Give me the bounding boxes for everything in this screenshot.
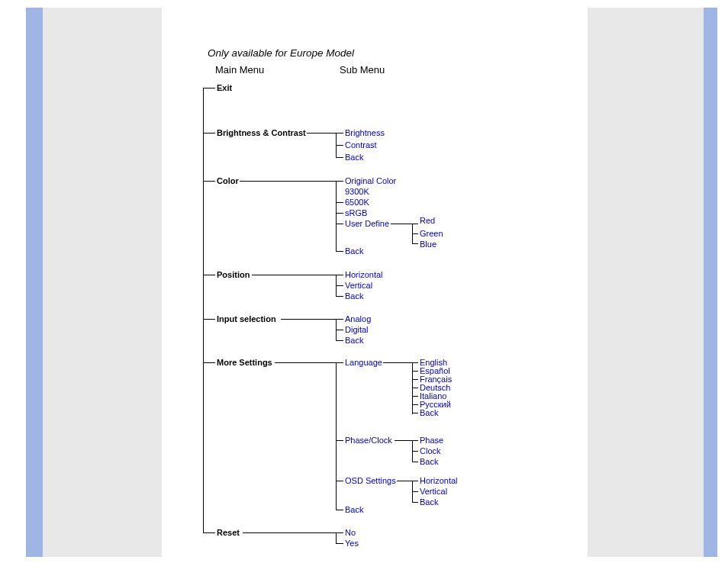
tick-lang-fr <box>412 379 418 380</box>
tick-pc-phase <box>412 440 418 441</box>
tick-input-analog <box>336 319 343 320</box>
sub-spine-more <box>336 362 337 510</box>
tick-ud-green <box>412 233 418 234</box>
sub-reset-yes: Yes <box>345 539 359 548</box>
tick-more-osd <box>336 481 343 481</box>
main-item-input-selection: Input selection <box>217 314 276 323</box>
header-sub-menu: Sub Menu <box>340 64 385 76</box>
sub-bc-brightness: Brightness <box>345 128 385 137</box>
main-spine <box>203 88 204 532</box>
tick-input <box>203 319 215 320</box>
hline-input <box>281 319 336 320</box>
tick-color-6500k <box>336 202 343 203</box>
tick-pos-back <box>336 296 343 297</box>
tick-ud-red <box>412 224 418 224</box>
sub-phaseclock-phase: Phase <box>420 436 443 445</box>
main-item-reset: Reset <box>217 528 240 537</box>
main-item-color: Color <box>217 176 239 185</box>
sub-more-osd: OSD Settings <box>345 476 396 485</box>
sub-language-back: Back <box>420 408 438 417</box>
sub-bc-contrast: Contrast <box>345 140 377 150</box>
tick-pc-back <box>412 462 418 462</box>
sub-input-back: Back <box>345 336 363 345</box>
tick-lang-es <box>412 371 418 372</box>
sub-color-6500k: 6500K <box>345 198 369 207</box>
sub-color-user-green: Green <box>420 229 443 238</box>
tick-reset-yes <box>336 543 343 544</box>
sub-osd-horizontal: Horizontal <box>420 476 458 485</box>
tick-bc-brightness <box>336 133 343 134</box>
sub-color-user-blue: Blue <box>420 240 436 249</box>
tick-osd-v <box>412 491 418 492</box>
sub-position-vertical: Vertical <box>345 281 372 290</box>
sub-position-horizontal: Horizontal <box>345 270 383 279</box>
hline-phaseclock <box>395 440 412 441</box>
tick-exit <box>203 88 215 88</box>
right-gray-stripe <box>588 8 704 557</box>
sub-osd-back: Back <box>420 497 438 507</box>
sub-color-9300k: 9300K <box>345 187 369 196</box>
sub-input-analog: Analog <box>345 314 371 323</box>
tick-osd-h <box>412 481 418 481</box>
tick-color <box>203 181 215 182</box>
tick-lang-ru <box>412 404 418 405</box>
tick-position <box>203 275 215 275</box>
main-item-brightness-contrast: Brightness & Contrast <box>217 128 306 137</box>
sub-more-phaseclock: Phase/Clock <box>345 436 392 445</box>
sub-input-digital: Digital <box>345 325 369 334</box>
sub-more-language: Language <box>345 358 382 367</box>
sub-reset-no: No <box>345 528 356 537</box>
left-gray-stripe <box>43 8 162 557</box>
tick-bc-back <box>336 157 343 158</box>
sub-position-back: Back <box>345 291 363 301</box>
tick-bc <box>203 133 215 134</box>
tick-osd-back <box>412 502 418 503</box>
hline-position <box>252 275 336 275</box>
hline-reset <box>243 532 336 533</box>
sub-spine-color <box>336 181 337 252</box>
hline-language <box>383 362 412 363</box>
sub-phaseclock-back: Back <box>420 457 438 466</box>
tick-more-language <box>336 362 343 363</box>
tick-lang-back <box>412 413 418 413</box>
sub-bc-back: Back <box>345 153 363 162</box>
tick-more-back <box>336 510 343 510</box>
hline-bc <box>307 133 336 134</box>
tick-color-back <box>336 251 343 252</box>
hline-userdefine <box>391 224 412 224</box>
sub-spine-reset <box>336 532 337 544</box>
tick-ud-blue <box>412 243 418 244</box>
hline-color <box>240 181 336 182</box>
tick-reset <box>203 532 215 533</box>
tick-lang-it <box>412 396 418 397</box>
tick-color-srgb <box>336 213 343 214</box>
sub-osd-vertical: Vertical <box>420 487 447 496</box>
main-item-exit: Exit <box>217 83 232 92</box>
sub-phaseclock-clock: Clock <box>420 446 441 455</box>
tick-pos-h <box>336 275 343 275</box>
sub-color-original: Original Color <box>345 176 396 185</box>
main-item-more-settings: More Settings <box>217 358 272 367</box>
right-blue-stripe <box>704 8 717 557</box>
hline-more <box>275 362 336 363</box>
main-item-position: Position <box>217 270 250 279</box>
sub-color-srgb: sRGB <box>345 208 367 217</box>
sub-color-user-red: Red <box>420 216 435 225</box>
tick-more <box>203 362 215 363</box>
diagram-title: Only available for Europe Model <box>208 47 354 59</box>
hline-osd <box>397 481 412 481</box>
tick-lang-en <box>412 362 418 363</box>
tick-lang-de <box>412 388 418 388</box>
header-main-menu: Main Menu <box>215 64 264 76</box>
tick-bc-contrast <box>336 145 343 146</box>
tick-reset-no <box>336 532 343 533</box>
tick-color-userdefine <box>336 224 343 224</box>
tick-pos-v <box>336 285 343 286</box>
sub-more-back: Back <box>345 505 363 514</box>
tick-more-phaseclock <box>336 440 343 441</box>
sub-color-back: Back <box>345 246 363 256</box>
tick-input-back <box>336 340 343 341</box>
left-blue-stripe <box>26 8 43 557</box>
tick-input-digital <box>336 330 343 330</box>
tick-color-original <box>336 181 343 182</box>
